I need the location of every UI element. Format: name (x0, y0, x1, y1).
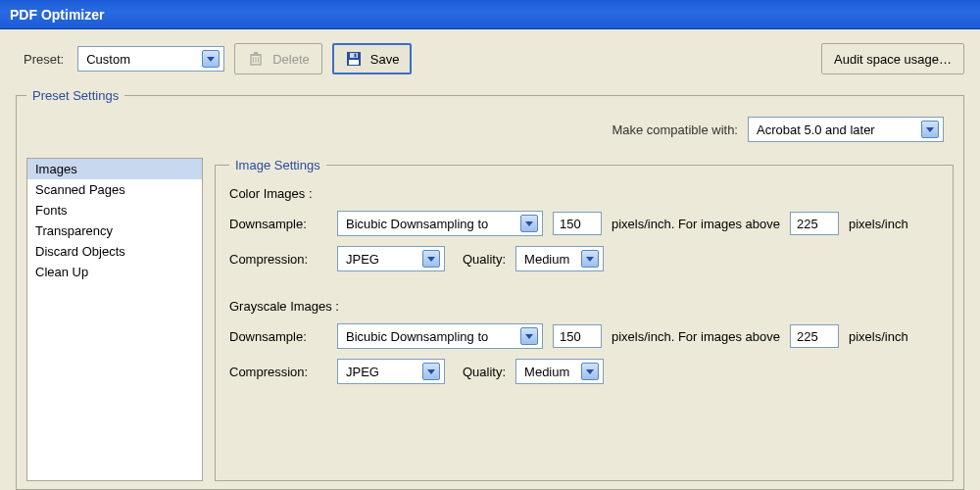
downsample-label: Downsample: (229, 217, 327, 231)
category-discard-objects[interactable]: Discard Objects (27, 241, 202, 262)
color-compression-row: Compression: JPEG Quality: Medium (229, 246, 939, 271)
category-fonts[interactable]: Fonts (27, 200, 202, 220)
image-settings-legend: Image Settings (229, 158, 326, 172)
color-quality-dropdown[interactable]: Medium (515, 246, 604, 271)
chevron-down-icon (202, 50, 220, 68)
category-images[interactable]: Images (27, 159, 202, 179)
compatibility-label: Make compatible with: (612, 122, 738, 137)
gray-ppi-input[interactable] (553, 324, 602, 348)
category-transparency[interactable]: Transparency (27, 220, 202, 241)
main-area: Images Scanned Pages Fonts Transparency … (26, 158, 954, 481)
preset-settings-fieldset: Preset Settings Make compatible with: Ac… (16, 88, 964, 490)
grayscale-images-heading: Grayscale Images : (229, 299, 939, 314)
category-clean-up[interactable]: Clean Up (27, 262, 202, 282)
units-text-1: pixels/inch. For images above (612, 217, 780, 231)
color-above-input[interactable] (790, 212, 839, 235)
svg-rect-8 (349, 60, 359, 65)
preset-dropdown[interactable]: Custom (77, 46, 224, 72)
color-downsample-row: Downsample: Bicubic Downsampling to pixe… (229, 211, 939, 236)
compression-label: Compression: (229, 365, 327, 379)
gray-quality-dropdown[interactable]: Medium (515, 359, 604, 384)
gray-above-input[interactable] (790, 324, 839, 348)
delete-button-label: Delete (272, 52, 310, 67)
color-images-heading: Color Images : (229, 186, 939, 201)
delete-button: Delete (234, 43, 322, 74)
window-title: PDF Optimizer (10, 7, 104, 23)
chevron-down-icon (520, 327, 538, 345)
color-downsample-value: Bicubic Downsampling to (346, 217, 488, 231)
audit-space-usage-label: Audit space usage… (834, 52, 952, 67)
units-text-2: pixels/inch (849, 329, 908, 344)
floppy-disk-icon (345, 50, 363, 68)
category-list[interactable]: Images Scanned Pages Fonts Transparency … (26, 158, 203, 481)
quality-label: Quality: (463, 365, 506, 379)
downsample-label: Downsample: (229, 329, 327, 344)
chevron-down-icon (422, 250, 440, 268)
gray-compression-value: JPEG (346, 365, 379, 379)
compression-label: Compression: (229, 252, 327, 267)
preset-settings-legend: Preset Settings (26, 88, 124, 103)
category-scanned-pages[interactable]: Scanned Pages (27, 179, 202, 200)
svg-rect-7 (350, 53, 358, 58)
units-text-2: pixels/inch (849, 217, 908, 231)
window-titlebar: PDF Optimizer (0, 0, 980, 29)
gray-quality-value: Medium (524, 365, 569, 379)
color-ppi-input[interactable] (553, 212, 602, 235)
save-button-label: Save (370, 52, 400, 67)
gray-compression-dropdown[interactable]: JPEG (337, 359, 445, 384)
chevron-down-icon (921, 121, 939, 138)
audit-space-usage-button[interactable]: Audit space usage… (821, 43, 964, 74)
chevron-down-icon (422, 363, 440, 380)
save-button[interactable]: Save (332, 43, 413, 74)
compatibility-value: Acrobat 5.0 and later (757, 122, 875, 137)
preset-dropdown-value: Custom (86, 52, 130, 67)
toolbar: Preset: Custom Delete Save Audit space u… (0, 29, 980, 88)
color-compression-value: JPEG (346, 252, 379, 267)
color-quality-value: Medium (524, 252, 569, 267)
gray-compression-row: Compression: JPEG Quality: Medium (229, 359, 939, 384)
preset-label: Preset: (24, 52, 64, 67)
color-compression-dropdown[interactable]: JPEG (337, 246, 445, 271)
gray-downsample-dropdown[interactable]: Bicubic Downsampling to (337, 323, 543, 349)
image-settings-fieldset: Image Settings Color Images : Downsample… (215, 158, 954, 481)
chevron-down-icon (520, 215, 538, 232)
compatibility-dropdown[interactable]: Acrobat 5.0 and later (748, 117, 944, 142)
chevron-down-icon (581, 250, 599, 268)
units-text-1: pixels/inch. For images above (612, 329, 780, 344)
compatibility-row: Make compatible with: Acrobat 5.0 and la… (26, 113, 954, 158)
chevron-down-icon (581, 363, 599, 380)
gray-downsample-value: Bicubic Downsampling to (346, 329, 488, 344)
trash-icon (247, 50, 265, 68)
svg-rect-9 (354, 54, 356, 58)
gray-downsample-row: Downsample: Bicubic Downsampling to pixe… (229, 323, 939, 349)
quality-label: Quality: (463, 252, 506, 267)
color-downsample-dropdown[interactable]: Bicubic Downsampling to (337, 211, 543, 236)
